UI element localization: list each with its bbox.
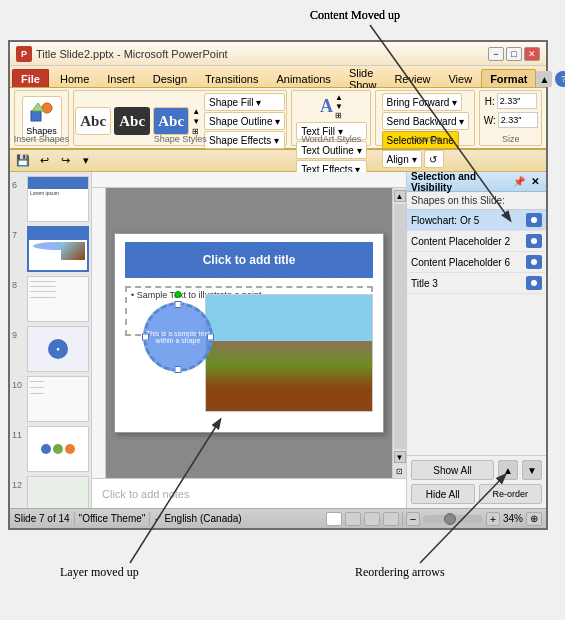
bring-forward-button[interactable]: Bring Forward ▾	[382, 93, 463, 111]
shape-handle-top[interactable]	[175, 301, 182, 308]
wordart-up[interactable]: ▲	[335, 93, 343, 102]
shape-outline-button[interactable]: Shape Outline ▾	[204, 112, 285, 130]
slide-6-thumb[interactable]: Lorem ipsum	[27, 176, 89, 222]
align-button[interactable]: Align ▾	[382, 150, 422, 168]
zoom-out-btn[interactable]: −	[406, 512, 420, 526]
wordart-down[interactable]: ▼	[335, 102, 343, 111]
shape-style-white[interactable]: Abc	[75, 107, 111, 135]
sp-eye-title3[interactable]	[526, 276, 542, 290]
minimize-button[interactable]: −	[488, 47, 504, 61]
notes-bar[interactable]: Click to add notes	[92, 478, 406, 508]
scroll-bar-vertical[interactable]: ▲ ▼ ⊡	[392, 188, 406, 478]
theme-text: "Office Theme"	[79, 513, 146, 524]
slide-8-content: ────────────────────────────────────	[28, 277, 88, 321]
sp-up-arrow[interactable]: ▲	[498, 460, 518, 480]
tab-home[interactable]: Home	[51, 69, 98, 87]
slide-sorter-btn[interactable]	[345, 512, 361, 526]
sp-eye-content6[interactable]	[526, 255, 542, 269]
sp-item-content2[interactable]: Content Placeholder 2	[407, 231, 546, 252]
tab-review[interactable]: Review	[385, 69, 439, 87]
send-backward-button[interactable]: Send Backward ▾	[382, 112, 470, 130]
rotation-handle[interactable]	[175, 291, 182, 298]
scroll-up[interactable]: ▲	[394, 190, 406, 202]
shape-handle-right[interactable]	[207, 334, 214, 341]
tab-transitions[interactable]: Transitions	[196, 69, 267, 87]
tab-design[interactable]: Design	[144, 69, 196, 87]
slide-viewport[interactable]: Click to add title • Sample Text to illu…	[106, 188, 392, 478]
tab-animations[interactable]: Animations	[267, 69, 339, 87]
qat-more[interactable]: ▾	[77, 153, 95, 169]
tab-format[interactable]: Format	[481, 69, 536, 87]
qat-undo[interactable]: ↩	[35, 153, 53, 169]
qat-save[interactable]: 💾	[14, 153, 32, 169]
slide-9-thumb[interactable]: ●	[27, 326, 89, 372]
slide-12-thumb[interactable]	[27, 476, 89, 508]
shape-handle-bottom[interactable]	[175, 366, 182, 373]
shape-effects-button[interactable]: Shape Effects ▾	[204, 131, 285, 149]
slide-canvas[interactable]: Click to add title • Sample Text to illu…	[114, 233, 384, 433]
slide-8-thumb[interactable]: ────────────────────────────────────	[27, 276, 89, 322]
zoom-in-btn[interactable]: +	[486, 512, 500, 526]
shape-style-up[interactable]: ▲	[192, 107, 200, 116]
slide-10-thumb[interactable]: ───────────────	[27, 376, 89, 422]
help-button[interactable]: ?	[555, 71, 565, 87]
sp-item-flowchart[interactable]: Flowchart: Or 5	[407, 210, 546, 231]
wordart-more[interactable]: ⊞	[335, 111, 343, 120]
maximize-button[interactable]: □	[506, 47, 522, 61]
scroll-split[interactable]: ⊡	[396, 467, 403, 476]
shape-style-down[interactable]: ▼	[192, 117, 200, 126]
slide-panel[interactable]: 6 Lorem ipsum 7	[10, 172, 92, 508]
scroll-track[interactable]	[394, 204, 406, 449]
reorder-button[interactable]: Re-order	[479, 484, 543, 504]
sp-close-button[interactable]: ✕	[528, 175, 542, 189]
normal-view-btn[interactable]	[326, 512, 342, 526]
sp-eye-flowchart[interactable]	[526, 213, 542, 227]
slide-content-area: Click to add title • Sample Text to illu…	[92, 172, 406, 508]
slide-thumb-10[interactable]: 10 ───────────────	[12, 376, 89, 422]
slide-show-btn[interactable]	[383, 512, 399, 526]
window-title: Title Slide2.pptx - Microsoft PowerPoint	[36, 48, 228, 60]
close-button[interactable]: ✕	[524, 47, 540, 61]
collapse-ribbon-button[interactable]: ▲	[536, 71, 552, 87]
slide-title-box[interactable]: Click to add title	[125, 242, 373, 278]
slide-thumb-7[interactable]: 7	[12, 226, 89, 272]
shape-handle-left[interactable]	[142, 334, 149, 341]
shape-style-blue[interactable]: Abc	[153, 107, 189, 135]
sp-pin-button[interactable]: 📌	[512, 175, 526, 189]
slide-7-content	[29, 240, 87, 268]
slide-thumb-12[interactable]: 12	[12, 476, 89, 508]
status-sep2	[149, 512, 150, 526]
scroll-down[interactable]: ▼	[394, 451, 406, 463]
fit-slide-btn[interactable]: ⊕	[526, 512, 542, 526]
tab-view[interactable]: View	[439, 69, 481, 87]
slide-thumb-11[interactable]: 11	[12, 426, 89, 472]
sp-item-title3[interactable]: Title 3	[407, 273, 546, 294]
slide-thumb-8[interactable]: 8 ────────────────────────────────────	[12, 276, 89, 322]
shape-style-dark[interactable]: Abc	[114, 107, 150, 135]
zoom-slider[interactable]	[423, 515, 483, 523]
zoom-slider-thumb[interactable]	[444, 513, 456, 525]
height-input[interactable]: 2.33"	[497, 93, 537, 109]
wordart-style-btn[interactable]: A	[320, 96, 333, 117]
slide-shape[interactable]: This is a sample text within a shape	[143, 302, 213, 372]
sp-eye-content2[interactable]	[526, 234, 542, 248]
width-input[interactable]: 2.33"	[498, 112, 538, 128]
sp-item-content6[interactable]: Content Placeholder 6	[407, 252, 546, 273]
tab-file[interactable]: File	[12, 69, 49, 87]
slide-num-10: 10	[12, 380, 24, 390]
reading-view-btn[interactable]	[364, 512, 380, 526]
shape-fill-button[interactable]: Shape Fill ▾	[204, 93, 285, 111]
tab-slideshow[interactable]: Slide Show	[340, 69, 386, 87]
slide-11-thumb[interactable]	[27, 426, 89, 472]
powerpoint-icon: P	[16, 46, 32, 62]
hide-all-button[interactable]: Hide All	[411, 484, 475, 504]
slide-thumb-6[interactable]: 6 Lorem ipsum	[12, 176, 89, 222]
slide-7-thumb[interactable]	[27, 226, 89, 272]
slide-thumb-9[interactable]: 9 ●	[12, 326, 89, 372]
slide-viewport-row: Click to add title • Sample Text to illu…	[92, 188, 406, 478]
sp-down-arrow[interactable]: ▼	[522, 460, 542, 480]
tab-insert[interactable]: Insert	[98, 69, 144, 87]
qat-redo[interactable]: ↪	[56, 153, 74, 169]
show-all-button[interactable]: Show All	[411, 460, 494, 480]
rotate-button[interactable]: ↺	[424, 150, 444, 168]
